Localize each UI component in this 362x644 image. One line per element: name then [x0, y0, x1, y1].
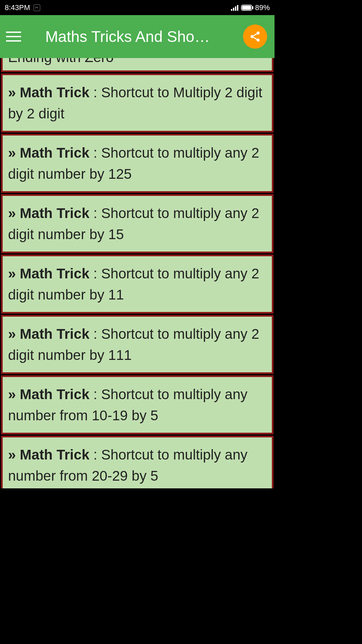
- item-separator: :: [89, 205, 101, 221]
- svg-point-1: [251, 35, 254, 38]
- item-separator: :: [89, 266, 101, 281]
- list-item[interactable]: » Math Trick : Shortcut to multiply any …: [1, 436, 274, 488]
- status-time: 8:43PM: [5, 3, 30, 12]
- content-list[interactable]: Ending with Zero » Math Trick : Shortcut…: [0, 58, 275, 488]
- list-item-partial-text: Ending with Zero: [8, 58, 114, 68]
- item-bold-label: Math Trick: [20, 205, 89, 221]
- item-prefix: »: [8, 85, 20, 100]
- item-separator: :: [89, 85, 101, 100]
- battery-percent: 89%: [255, 3, 270, 12]
- list-item[interactable]: » Math Trick : Shortcut to Multiply 2 di…: [1, 73, 274, 132]
- list-item[interactable]: » Math Trick : Shortcut to multiply any …: [1, 194, 274, 253]
- list-item[interactable]: Ending with Zero: [1, 58, 274, 72]
- app-bar: Maths Tricks And Shor…: [0, 15, 275, 58]
- item-prefix: »: [8, 386, 20, 402]
- item-separator: :: [89, 386, 101, 402]
- item-bold-label: Math Trick: [20, 145, 89, 161]
- menu-icon[interactable]: [6, 32, 21, 42]
- item-bold-label: Math Trick: [20, 326, 89, 342]
- item-prefix: »: [8, 326, 20, 342]
- signal-icon: [231, 5, 238, 11]
- item-bold-label: Math Trick: [20, 266, 89, 281]
- item-bold-label: Math Trick: [20, 447, 89, 463]
- status-right: 89%: [231, 3, 270, 12]
- item-separator: :: [89, 447, 101, 463]
- share-button[interactable]: [243, 24, 267, 49]
- share-icon: [249, 31, 261, 43]
- item-prefix: »: [8, 145, 20, 161]
- list-item[interactable]: » Math Trick : Shortcut to multiply any …: [1, 134, 274, 193]
- item-separator: :: [89, 326, 101, 342]
- item-prefix: »: [8, 205, 20, 221]
- item-prefix: »: [8, 447, 20, 463]
- svg-point-0: [257, 32, 260, 35]
- item-bold-label: Math Trick: [20, 386, 89, 402]
- item-separator: :: [89, 145, 101, 161]
- status-bar: 8:43PM ✂ 89%: [0, 0, 275, 15]
- svg-point-2: [257, 39, 260, 42]
- battery-icon: [241, 5, 252, 11]
- status-left: 8:43PM ✂: [5, 3, 40, 12]
- item-prefix: »: [8, 266, 20, 281]
- list-item[interactable]: » Math Trick : Shortcut to multiply any …: [1, 255, 274, 314]
- page-title: Maths Tricks And Shor…: [45, 28, 213, 46]
- list-item[interactable]: » Math Trick : Shortcut to multiply any …: [1, 375, 274, 434]
- list-item[interactable]: » Math Trick : Shortcut to multiply any …: [1, 315, 274, 374]
- item-bold-label: Math Trick: [20, 85, 89, 100]
- screenshot-icon: ✂: [34, 4, 40, 11]
